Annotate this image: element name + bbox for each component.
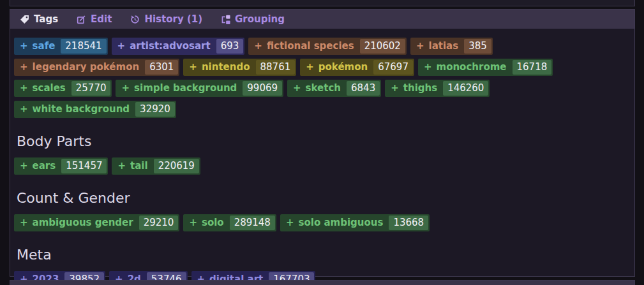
tag-link[interactable]: ambiguous gender — [33, 214, 133, 231]
tab-tags[interactable]: Tags — [20, 13, 58, 25]
tag-post-count: 220619 — [154, 159, 199, 173]
tag-group-top: +safe218541 +artist:advosart693 +fiction… — [14, 38, 631, 118]
tag-chip: +thighs146260 — [385, 80, 490, 97]
section-heading-count-gender: Count & Gender — [17, 190, 628, 206]
grouping-icon — [221, 15, 230, 24]
tag-chip: +solo ambiguous13668 — [280, 214, 430, 231]
tag-post-count: 210602 — [360, 39, 405, 54]
tag-link[interactable]: latias — [429, 38, 459, 55]
tag-chip: +artist:advosart693 — [112, 38, 245, 55]
tag-link[interactable]: white background — [33, 101, 130, 118]
tag-group-count-gender: +ambiguous gender29210 +solo289148 +solo… — [14, 214, 631, 231]
add-tag-button[interactable]: + — [189, 214, 197, 231]
section-heading-body-parts: Body Parts — [17, 133, 628, 149]
history-icon — [130, 15, 140, 24]
add-tag-button[interactable]: + — [20, 59, 28, 76]
tag-post-count: 88761 — [256, 60, 296, 75]
tag-link[interactable]: legendary pokémon — [33, 59, 140, 76]
tag-chip: +safe218541 — [14, 38, 108, 55]
add-tag-button[interactable]: + — [306, 59, 314, 76]
tag-chip: +simple background99069 — [116, 80, 283, 97]
add-tag-button[interactable]: + — [424, 59, 432, 76]
tag-link[interactable]: sketch — [306, 80, 341, 97]
tag-chip: +nintendo88761 — [183, 59, 296, 76]
tag-link[interactable]: scales — [33, 80, 66, 97]
edit-icon — [77, 15, 86, 24]
add-tag-button[interactable]: + — [391, 80, 399, 97]
tag-post-count: 32920 — [135, 102, 175, 117]
tags-panel: Tags Edit H — [10, 9, 635, 277]
next-panel-edge — [10, 280, 635, 285]
page: Tags Edit H — [0, 0, 644, 285]
tag-post-count: 16718 — [513, 60, 552, 75]
tag-link[interactable]: thighs — [403, 80, 437, 97]
tab-history[interactable]: History (1) — [130, 13, 202, 25]
tag-link[interactable]: artist:advosart — [130, 38, 211, 55]
tag-group-body-parts: +ears151457 +tail220619 — [14, 157, 631, 175]
tag-link[interactable]: nintendo — [202, 59, 250, 76]
add-tag-button[interactable]: + — [20, 38, 28, 55]
tag-post-count: 13668 — [389, 216, 428, 230]
add-tag-button[interactable]: + — [117, 157, 126, 175]
tag-chip: +ambiguous gender29210 — [14, 214, 179, 231]
tag-chip: +ears151457 — [14, 157, 108, 175]
tag-link[interactable]: solo ambiguous — [299, 214, 384, 231]
tag-post-count: 218541 — [61, 39, 106, 54]
tag-post-count: 151457 — [61, 159, 107, 173]
tag-chip: +fictional species210602 — [248, 38, 407, 55]
tag-link[interactable]: solo — [202, 214, 224, 231]
tag-link[interactable]: safe — [33, 38, 56, 55]
add-tag-button[interactable]: + — [254, 38, 262, 55]
tag-post-count: 99069 — [243, 81, 282, 96]
add-tag-button[interactable]: + — [286, 214, 294, 231]
tag-post-count: 693 — [216, 39, 244, 54]
tag-post-count: 6843 — [347, 81, 380, 96]
tag-link[interactable]: pokémon — [318, 59, 368, 76]
tab-grouping[interactable]: Grouping — [221, 13, 285, 25]
add-tag-button[interactable]: + — [189, 59, 197, 76]
tag-post-count: 6301 — [145, 60, 178, 75]
tag-chip: +pokémon67697 — [300, 59, 414, 76]
tag-post-count: 385 — [464, 39, 491, 54]
tab-edit-label: Edit — [91, 13, 112, 25]
tag-list-body: +safe218541 +artist:advosart693 +fiction… — [10, 29, 634, 285]
add-tag-button[interactable]: + — [117, 38, 126, 55]
tab-history-label: History (1) — [144, 13, 202, 25]
tag-post-count: 146260 — [443, 81, 488, 96]
tag-link[interactable]: tail — [130, 157, 148, 175]
add-tag-button[interactable]: + — [416, 38, 424, 55]
tab-grouping-label: Grouping — [235, 13, 285, 25]
tag-link[interactable]: ears — [33, 157, 56, 175]
add-tag-button[interactable]: + — [121, 80, 130, 97]
tag-icon — [20, 15, 29, 24]
tag-chip: +scales25770 — [14, 80, 112, 97]
tag-link[interactable]: monochrome — [437, 59, 507, 76]
section-heading-meta: Meta — [17, 247, 628, 263]
tag-chip: +white background32920 — [14, 101, 176, 118]
tag-link[interactable]: fictional species — [267, 38, 354, 55]
tag-chip: +monochrome16718 — [418, 59, 553, 76]
tag-link[interactable]: simple background — [134, 80, 237, 97]
tab-tags-label: Tags — [34, 13, 58, 25]
tag-post-count: 29210 — [139, 216, 179, 230]
add-tag-button[interactable]: + — [20, 80, 28, 97]
add-tag-button[interactable]: + — [20, 157, 28, 175]
tag-chip: +legendary pokémon6301 — [14, 59, 179, 76]
add-tag-button[interactable]: + — [20, 214, 28, 231]
tags-panel-tabbar: Tags Edit H — [10, 10, 634, 29]
add-tag-button[interactable]: + — [20, 101, 28, 118]
previous-panel-edge — [10, 0, 635, 6]
tag-chip: +solo289148 — [183, 214, 276, 231]
tag-post-count: 289148 — [230, 216, 275, 230]
tag-post-count: 25770 — [71, 81, 111, 96]
add-tag-button[interactable]: + — [293, 80, 301, 97]
tag-post-count: 67697 — [373, 60, 413, 75]
tab-edit[interactable]: Edit — [77, 13, 112, 25]
tag-chip: +latias385 — [410, 38, 493, 55]
tag-chip: +sketch6843 — [287, 80, 381, 97]
tag-chip: +tail220619 — [112, 157, 200, 175]
